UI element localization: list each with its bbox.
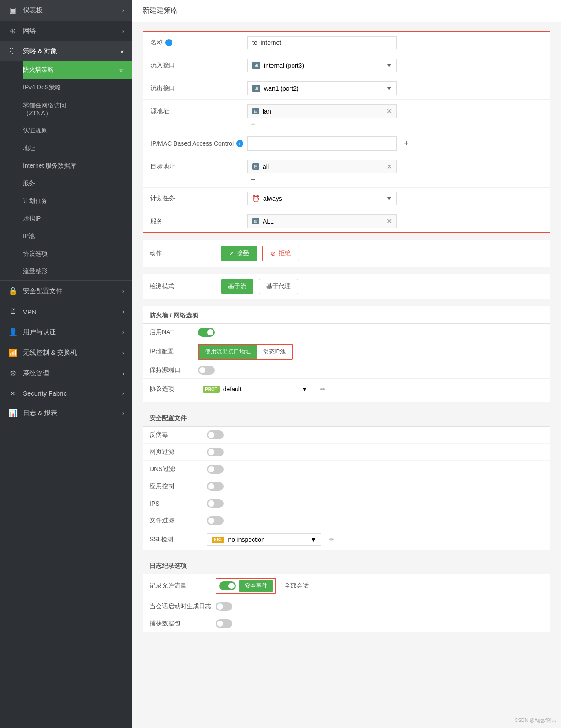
source-add-icon[interactable]: +: [247, 120, 259, 129]
ipmac-add-icon[interactable]: +: [400, 139, 412, 148]
sidebar-item-dashboard[interactable]: ▣ 仪表板 ›: [0, 0, 132, 21]
sidebar: ▣ 仪表板 › ⊕ 网络 › 🛡 策略 & 对象 ∨ 防火墙策略 ☆ IPv4 …: [0, 0, 132, 728]
schedule-value: always: [263, 195, 282, 202]
ssl-label: SSL检测: [150, 536, 202, 544]
source-main: 源地址 ⊟ lan ✕: [150, 104, 543, 118]
security-fabric-label: Security Fabric: [23, 390, 67, 397]
ssl-select[interactable]: SSL no-inspection ▼: [207, 533, 321, 546]
sidebar-item-wireless[interactable]: 📶 无线控制 & 交换机 ›: [0, 342, 132, 363]
sidebar-item-protocol-opts[interactable]: 协议选项: [23, 245, 132, 263]
stream-button[interactable]: 基于流: [221, 279, 253, 294]
source-tag: ⊟ lan ✕: [247, 104, 397, 118]
name-info-icon[interactable]: i: [165, 39, 172, 46]
log-traffic-toggle[interactable]: [219, 581, 236, 590]
sidebar-item-security-profiles[interactable]: 🔒 安全配置文件 ›: [0, 280, 132, 301]
nat-label: 启用NAT: [150, 328, 194, 336]
log-section: 日志纪录选项 记录允许流量 安全事件 全部会话 当会话启动时生成日志: [143, 557, 550, 632]
firewall-policy-label: 防火墙策略: [23, 66, 54, 74]
log-options-container: 安全事件: [216, 578, 276, 594]
sidebar-item-security-fabric[interactable]: ✕ Security Fabric ›: [0, 384, 132, 403]
dest-row: 目标地址 ⊟ all ✕ +: [143, 155, 550, 188]
sidebar-item-firewall-policy[interactable]: 防火墙策略 ☆: [23, 61, 132, 79]
ips-toggle[interactable]: [207, 499, 224, 508]
vpn-icon: 🖥: [8, 307, 18, 316]
outbound-select[interactable]: ⊞ wan1 (port2) ▼: [247, 81, 397, 95]
sidebar-item-traffic-shaping[interactable]: 流量整形: [23, 263, 132, 280]
sidebar-item-network[interactable]: ⊕ 网络 ›: [0, 21, 132, 41]
ssl-edit-icon[interactable]: ✏: [329, 536, 334, 543]
users-arrow: ›: [122, 329, 124, 335]
sidebar-item-vpn[interactable]: 🖥 VPN ›: [0, 301, 132, 322]
protocol-opts-label: 协议选项: [23, 250, 48, 258]
sidebar-item-services[interactable]: 服务: [23, 175, 132, 192]
sidebar-item-logs[interactable]: 📊 日志 & 报表 ›: [0, 403, 132, 423]
dashboard-icon: ▣: [8, 6, 18, 15]
antivirus-label: 反病毒: [150, 431, 202, 439]
sidebar-item-system[interactable]: ⚙ 系统管理 ›: [0, 363, 132, 384]
security-event-button[interactable]: 安全事件: [239, 580, 273, 592]
ip-pool-label: IP池: [23, 232, 35, 240]
dns-filter-toggle[interactable]: [207, 465, 224, 474]
dynamic-pool-button[interactable]: 动态IP池: [257, 345, 292, 359]
ssl-value: no-inspection: [228, 536, 264, 543]
sidebar-item-ztna[interactable]: 零信任网络访问 （ZTNA）: [23, 96, 132, 122]
antivirus-toggle[interactable]: [207, 430, 224, 439]
capture-label: 捕获数据包: [150, 620, 211, 628]
ipmac-field[interactable]: [247, 136, 397, 151]
app-control-row: 应用控制: [143, 478, 550, 495]
dest-tag-icon: ⊟: [252, 163, 259, 170]
schedule-select[interactable]: ⏰ always ▼: [247, 192, 397, 205]
ipmac-info-icon[interactable]: i: [236, 140, 243, 147]
dest-main: 目标地址 ⊟ all ✕: [150, 160, 543, 173]
prot-badge: PROT: [203, 386, 220, 393]
services-label: 服务: [23, 180, 35, 188]
wireless-icon: 📶: [8, 348, 18, 357]
sidebar-item-ipv4dos[interactable]: IPv4 DoS策略: [23, 79, 132, 96]
schedule-icon: ⏰: [252, 195, 260, 202]
proto-select[interactable]: PROT default ▼: [198, 383, 312, 395]
sidebar-item-address[interactable]: 地址: [23, 140, 132, 157]
service-remove-icon[interactable]: ✕: [386, 217, 392, 225]
outbound-value-container: ⊞ wan1 (port2) ▼: [247, 81, 543, 95]
source-remove-icon[interactable]: ✕: [386, 107, 392, 115]
firewall-star-icon[interactable]: ☆: [118, 66, 124, 74]
sidebar-item-users[interactable]: 👤 用户与认证 ›: [0, 322, 132, 342]
fabric-icon: ✕: [8, 390, 18, 397]
app-control-label: 应用控制: [150, 482, 202, 490]
inbound-row: 流入接口 ⊞ internal (port3) ▼: [143, 54, 550, 77]
ipmac-value-container: +: [247, 136, 543, 151]
web-filter-label: 网页过滤: [150, 448, 202, 456]
ip-pool-config-label: IP池配置: [150, 348, 194, 356]
file-filter-toggle[interactable]: [207, 516, 224, 525]
sidebar-item-virtual-ip[interactable]: 虚拟IP: [23, 210, 132, 228]
dest-add-icon[interactable]: +: [247, 175, 259, 184]
nat-toggle[interactable]: [198, 328, 215, 337]
sidebar-item-schedules[interactable]: 计划任务: [23, 192, 132, 210]
all-session-text[interactable]: 全部会话: [284, 582, 309, 590]
sidebar-item-policy-objects[interactable]: 🛡 策略 & 对象 ∨: [0, 41, 132, 61]
dest-remove-icon[interactable]: ✕: [386, 162, 392, 171]
outbound-addr-button[interactable]: 使用流出接口地址: [199, 345, 257, 359]
user-icon: 👤: [8, 327, 18, 337]
inbound-select[interactable]: ⊞ internal (port3) ▼: [247, 59, 397, 72]
reject-button[interactable]: ⊘ 拒绝: [262, 246, 299, 261]
session-start-toggle[interactable]: [216, 602, 232, 611]
security-profile-section: 安全配置文件 反病毒 网页过滤 DNS过滤: [143, 409, 550, 550]
sidebar-sub-firewall: 防火墙策略 ☆ IPv4 DoS策略 零信任网络访问 （ZTNA） 认证规则 地…: [0, 61, 132, 280]
capture-toggle[interactable]: [216, 619, 232, 628]
sidebar-item-auth-rules[interactable]: 认证规则: [23, 122, 132, 140]
schedule-value-container: ⏰ always ▼: [247, 192, 543, 205]
sidebar-item-internet-db[interactable]: Internet 服务数据库: [23, 157, 132, 175]
accept-button[interactable]: ✔ 接受: [221, 246, 257, 261]
source-value-container: ⊟ lan ✕: [247, 104, 543, 118]
src-port-toggle[interactable]: [198, 366, 215, 375]
app-control-toggle[interactable]: [207, 482, 224, 491]
web-filter-toggle[interactable]: [207, 448, 224, 456]
virtual-ip-label: 虚拟IP: [23, 215, 41, 223]
sidebar-item-ip-pool[interactable]: IP池: [23, 228, 132, 245]
policy-icon: 🛡: [8, 48, 18, 55]
proto-edit-icon[interactable]: ✏: [320, 386, 326, 393]
name-input[interactable]: [247, 36, 397, 49]
reject-icon: ⊘: [271, 250, 276, 257]
proxy-button[interactable]: 基于代理: [259, 279, 298, 294]
